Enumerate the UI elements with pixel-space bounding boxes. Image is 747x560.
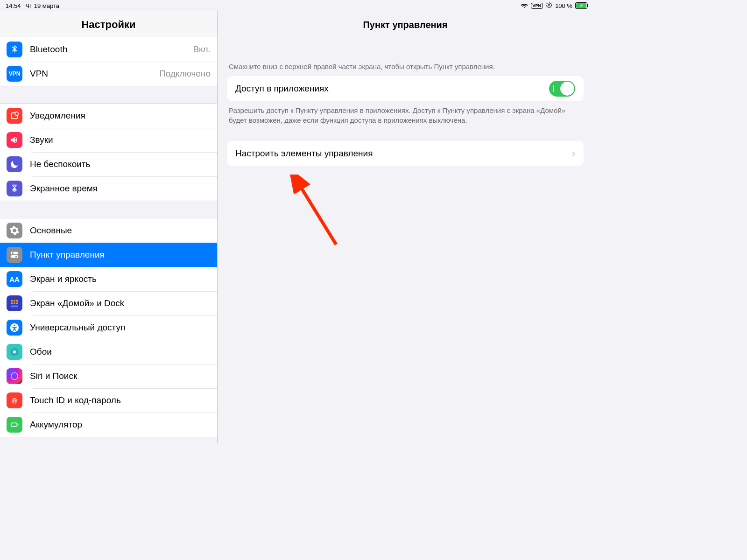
row-label: Экран «Домой» и Dock	[30, 298, 211, 308]
sidebar-item-display[interactable]: AA Экран и яркость	[0, 267, 217, 291]
sidebar-item-touchid[interactable]: Touch ID и код-пароль	[0, 388, 217, 413]
row-label: Не беспокоить	[30, 159, 211, 169]
svg-point-2	[15, 112, 18, 115]
access-toggle[interactable]	[549, 81, 575, 97]
customize-group: Настроить элементы управления ›	[227, 141, 584, 166]
sidebar-group-connectivity: Bluetooth Вкл. VPN VPN Подключено	[0, 37, 217, 86]
bluetooth-icon	[7, 42, 22, 57]
sidebar-item-screentime[interactable]: Экранное время	[0, 176, 217, 201]
cell-label: Доступ в приложениях	[235, 84, 329, 94]
row-label: Основные	[30, 225, 211, 236]
access-footer: Разрешить доступ к Пункту управления в п…	[218, 101, 593, 125]
sidebar-item-control-center[interactable]: Пункт управления	[0, 243, 217, 267]
sounds-icon	[7, 132, 22, 148]
row-value: Подключено	[159, 69, 211, 79]
row-label: Экранное время	[30, 183, 211, 194]
settings-sidebar[interactable]: Настройки Bluetooth Вкл. VPN VPN Подключ	[0, 11, 218, 443]
row-label: Touch ID и код-пароль	[30, 395, 211, 406]
svg-point-20	[16, 351, 19, 353]
svg-point-23	[11, 353, 14, 355]
sidebar-item-notifications[interactable]: Уведомления	[0, 104, 217, 128]
svg-point-19	[10, 351, 13, 353]
text-size-icon: AA	[7, 271, 22, 287]
sidebar-item-siri[interactable]: Siri и Поиск	[0, 364, 217, 388]
row-value: Вкл.	[193, 44, 211, 55]
toggle-switches-icon	[7, 247, 22, 263]
sidebar-item-bluetooth[interactable]: Bluetooth Вкл.	[0, 37, 217, 62]
sidebar-group-general: Основные Пункт управления AA Экран и ярк…	[0, 218, 217, 437]
accessibility-icon	[7, 320, 22, 336]
svg-point-22	[15, 349, 18, 351]
vpn-icon: VPN	[7, 66, 22, 82]
notifications-icon	[7, 108, 22, 124]
battery-setting-icon	[7, 417, 22, 433]
access-group: Доступ в приложениях	[227, 76, 584, 101]
svg-rect-10	[11, 302, 13, 304]
sidebar-title: Настройки	[0, 11, 217, 37]
svg-point-16	[13, 350, 16, 353]
svg-rect-13	[11, 306, 19, 308]
svg-rect-26	[11, 423, 17, 426]
fingerprint-icon	[7, 392, 22, 408]
sidebar-item-accessibility[interactable]: Универсальный доступ	[0, 315, 217, 340]
sidebar-item-general[interactable]: Основные	[0, 218, 217, 243]
status-date: Чт 19 марта	[26, 2, 59, 9]
svg-rect-5	[11, 255, 19, 258]
row-label: Экран и яркость	[30, 274, 211, 284]
sidebar-item-sounds[interactable]: Звуки	[0, 128, 217, 152]
sidebar-item-home-dock[interactable]: Экран «Домой» и Dock	[0, 291, 217, 315]
flower-icon	[7, 344, 22, 360]
sidebar-group-notifications: Уведомления Звуки Не беспокоить	[0, 103, 217, 201]
row-label: Звуки	[30, 135, 211, 145]
detail-pane: Пункт управления Смахните вниз с верхней…	[218, 11, 593, 443]
svg-point-4	[12, 252, 14, 254]
svg-point-17	[14, 348, 16, 350]
svg-point-25	[11, 373, 18, 380]
svg-rect-11	[14, 302, 15, 304]
svg-point-6	[15, 256, 17, 258]
vpn-status-icon: VPN	[531, 3, 543, 9]
svg-rect-9	[16, 300, 18, 302]
moon-icon	[7, 156, 22, 172]
svg-rect-7	[11, 300, 13, 302]
svg-rect-8	[14, 300, 15, 302]
sidebar-item-wallpaper[interactable]: Обои	[0, 340, 217, 364]
sidebar-item-battery[interactable]: Аккумулятор	[0, 413, 217, 437]
row-label: Siri и Поиск	[30, 371, 211, 381]
svg-point-24	[15, 353, 18, 355]
svg-rect-0	[549, 4, 550, 6]
cell-label: Настроить элементы управления	[235, 148, 373, 159]
row-label: Bluetooth	[30, 44, 189, 55]
row-label: Уведомления	[30, 111, 211, 121]
ipad-settings-screen: 14:54 Чт 19 марта VPN 100 % ⚡ Настройки	[0, 0, 593, 443]
orientation-lock-icon	[546, 2, 552, 10]
row-label: Обои	[30, 347, 211, 357]
home-grid-icon	[7, 295, 22, 311]
battery-percent: 100 %	[555, 2, 572, 9]
svg-point-21	[11, 349, 14, 351]
row-label: Универсальный доступ	[30, 322, 211, 333]
sidebar-item-dnd[interactable]: Не беспокоить	[0, 152, 217, 176]
detail-hint: Смахните вниз с верхней правой части экр…	[218, 37, 593, 76]
gear-icon	[7, 223, 22, 238]
row-label: Аккумулятор	[30, 420, 211, 430]
row-label: VPN	[30, 69, 155, 79]
detail-title: Пункт управления	[218, 11, 593, 37]
status-time: 14:54	[6, 2, 21, 9]
svg-rect-27	[17, 424, 18, 426]
chevron-right-icon: ›	[572, 147, 575, 160]
hourglass-icon	[7, 181, 22, 196]
svg-rect-3	[11, 252, 19, 255]
sidebar-item-vpn[interactable]: VPN VPN Подключено	[0, 62, 217, 86]
customize-controls-row[interactable]: Настроить элементы управления ›	[227, 141, 584, 166]
row-label: Пункт управления	[30, 250, 211, 260]
svg-rect-12	[16, 302, 18, 304]
siri-icon	[7, 368, 22, 384]
access-in-apps-row[interactable]: Доступ в приложениях	[227, 76, 584, 101]
wifi-icon	[521, 1, 528, 10]
status-bar: 14:54 Чт 19 марта VPN 100 % ⚡	[0, 0, 593, 11]
svg-point-18	[14, 354, 16, 356]
battery-icon: ⚡	[575, 2, 587, 9]
svg-point-15	[14, 325, 15, 326]
